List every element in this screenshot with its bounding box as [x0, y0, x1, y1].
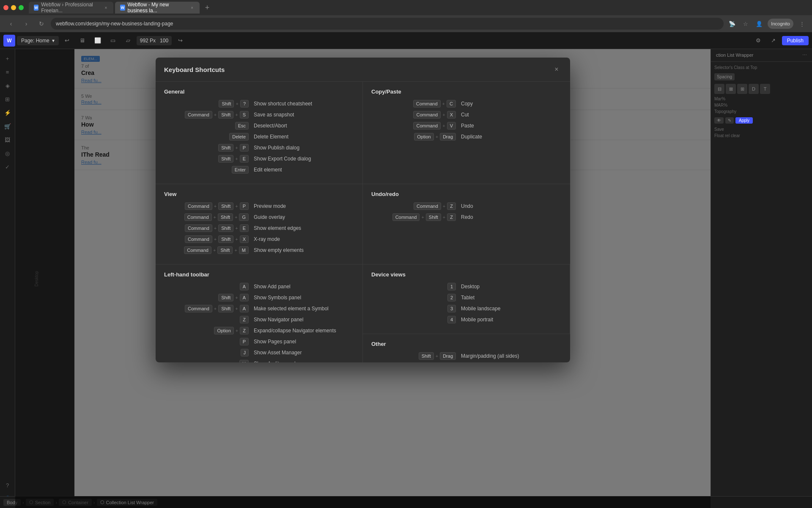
- shortcut-copy: Command + C Copy: [371, 100, 562, 108]
- keys-element-edges: Command + Shift + E: [164, 224, 249, 232]
- maximize-window-button[interactable]: [19, 5, 24, 10]
- incognito-badge: Incognito: [768, 19, 793, 29]
- menu-icon[interactable]: ⋮: [797, 19, 807, 29]
- shortcut-margin-all: Shift + Drag Margin/padding (all sides): [371, 352, 562, 360]
- apply-btn[interactable]: Apply: [735, 117, 753, 124]
- settings-button[interactable]: ⚙: [752, 34, 765, 47]
- tab-close-1[interactable]: ×: [104, 5, 108, 11]
- redo-button[interactable]: ↪: [173, 34, 187, 47]
- page-label: Page: Home: [21, 38, 49, 44]
- dialog-body: General Shift + ? Show shortcut cheatshe…: [156, 82, 570, 362]
- add-panel-icon[interactable]: +: [2, 52, 14, 64]
- right-panel-menu[interactable]: ⋯: [802, 52, 807, 58]
- forward-button[interactable]: ›: [20, 18, 32, 30]
- symbols-icon[interactable]: ◈: [2, 80, 14, 91]
- keys-xray-mode: Command + Shift + X: [164, 235, 249, 243]
- layout-tool-2[interactable]: ⊠: [726, 84, 736, 94]
- tab-favicon-2: W: [120, 5, 125, 11]
- section-undo-redo-title: Undo/redo: [371, 191, 562, 197]
- profile-icon[interactable]: 👤: [754, 19, 764, 29]
- keys-show-assets: J: [164, 349, 249, 356]
- dialog-header: Keyboard Shortcuts ×: [156, 58, 570, 82]
- keys-preview-mode: Command + Shift + P: [164, 202, 249, 210]
- tab-label-1: Webflow › Professional Freelan...: [41, 2, 101, 14]
- cms-icon[interactable]: ⚡: [2, 107, 14, 119]
- breakpoint-mobile[interactable]: ▱: [121, 34, 135, 47]
- keys-make-symbol: Command + Shift + A: [164, 305, 249, 312]
- pages-icon[interactable]: ⊞: [2, 93, 14, 105]
- layout-tool-4[interactable]: D: [749, 84, 759, 94]
- bookmark-icon[interactable]: ☆: [741, 19, 751, 29]
- zoom-indicator: 992 Px 100: [137, 36, 172, 45]
- back-button[interactable]: ‹: [5, 18, 17, 30]
- section-left-toolbar-title: Left-hand toolbar: [164, 271, 354, 278]
- float-label: Float rel clear: [714, 133, 809, 138]
- dialog-close-button[interactable]: ×: [551, 64, 562, 75]
- keys-paste: Command + V: [371, 122, 456, 130]
- ecommerce-icon[interactable]: 🛒: [2, 120, 14, 132]
- shortcut-show-publish: Shift + P Show Publish dialog: [164, 144, 354, 152]
- url-text: webflow.com/design/my-new-business-landi…: [56, 21, 173, 27]
- keys-mobile-portrait: 4: [371, 316, 456, 323]
- shortcut-deselect: Esc Deselect/Abort: [164, 122, 354, 130]
- shortcut-redo: Command + Shift + Z Redo: [371, 213, 562, 221]
- right-panel-subtitle: Selector's Class at Top: [714, 65, 809, 70]
- new-tab-button[interactable]: +: [201, 2, 213, 14]
- section-view-title: View: [164, 191, 354, 197]
- shortcut-show-empty: Command + Shift + M Show empty elements: [164, 246, 354, 254]
- minimize-window-button[interactable]: [11, 5, 16, 10]
- section-device-views-title: Device views: [371, 271, 561, 278]
- shortcut-expand-navigator: Option + Z Expand/collapse Navigator ele…: [164, 327, 354, 334]
- section-general-title: General: [164, 88, 354, 95]
- webflow-toolbar: W Page: Home ▾ ↩ 🖥 ⬜ ▭ ▱ 992 Px 100 ↪ ⚙ …: [0, 32, 812, 49]
- navigator-icon[interactable]: ≡: [2, 66, 14, 78]
- tab-1[interactable]: W Webflow › Professional Freelan... ×: [29, 2, 113, 14]
- section-general: General Shift + ? Show shortcut cheatshe…: [156, 82, 363, 184]
- shortcut-show-add: A Show Add panel: [164, 283, 354, 290]
- shortcut-show-export: Shift + E Show Export Code dialog: [164, 155, 354, 163]
- keys-undo: Command + Z: [371, 202, 456, 210]
- undo-button[interactable]: ↩: [60, 34, 74, 47]
- shortcut-desktop: 1 Desktop: [371, 283, 561, 290]
- keys-redo: Command + Shift + Z: [371, 213, 456, 221]
- layout-tool-1[interactable]: ⊟: [714, 84, 724, 94]
- modal-overlay: Keyboard Shortcuts × General Shift + ?: [15, 49, 710, 508]
- section-copy-paste: Copy/Paste Command + C Copy Command: [363, 82, 570, 184]
- help-icon[interactable]: ?: [2, 479, 14, 491]
- page-indicator[interactable]: Page: Home ▾: [17, 36, 59, 45]
- tab-close-2[interactable]: ×: [189, 5, 195, 11]
- refresh-button[interactable]: ↻: [36, 18, 47, 30]
- logic-icon[interactable]: ◎: [2, 147, 14, 159]
- shortcut-preview-mode: Command + Shift + P Preview mode: [164, 202, 354, 210]
- keys-desktop: 1: [371, 283, 456, 290]
- cast-icon[interactable]: 📡: [727, 19, 737, 29]
- url-bar[interactable]: webflow.com/design/my-new-business-landi…: [51, 18, 724, 30]
- shortcut-undo: Command + Z Undo: [371, 202, 562, 210]
- keys-show-publish: Shift + P: [164, 144, 249, 152]
- breakpoint-mobile-l[interactable]: ▭: [106, 34, 120, 47]
- close-window-button[interactable]: [3, 5, 8, 10]
- layout-tools: ⊟ ⊠ ⊞ D T: [714, 84, 809, 94]
- main-layout: + ≡ ◈ ⊞ ⚡ 🛒 🖼 ◎ ✓ ? 👤 ELEM... 7 of Crea …: [0, 49, 812, 508]
- shortcut-tablet: 2 Tablet: [371, 294, 561, 301]
- layout-tool-5[interactable]: T: [760, 84, 770, 94]
- section-left-toolbar: Left-hand toolbar A Show Add panel Shift…: [156, 265, 363, 362]
- tab-label-2: Webflow - My new business la...: [128, 2, 187, 14]
- shortcut-show-symbols: Shift + A Show Symbols panel: [164, 294, 354, 301]
- breakpoint-tablet[interactable]: ⬜: [91, 34, 104, 47]
- layout-tool-3[interactable]: ⊞: [737, 84, 747, 94]
- keys-duplicate: Option + Drag: [371, 133, 456, 141]
- preview-eye-btn[interactable]: 👁: [714, 117, 724, 124]
- tab-2[interactable]: W Webflow - My new business la... ×: [115, 2, 200, 14]
- export-button[interactable]: ↗: [767, 34, 780, 47]
- shortcut-element-edges: Command + Shift + E Show element edges: [164, 224, 354, 232]
- breakpoint-desktop[interactable]: 🖥: [76, 34, 89, 47]
- publish-button[interactable]: Publish: [782, 36, 809, 45]
- audits-icon[interactable]: ✓: [2, 161, 14, 173]
- preview-edit-btn[interactable]: ✎: [725, 117, 734, 124]
- assets-icon[interactable]: 🖼: [2, 134, 14, 146]
- spacing-controls: Spacing: [714, 73, 809, 80]
- keys-show-empty: Command + Shift + M: [164, 246, 249, 254]
- keys-tablet: 2: [371, 294, 456, 301]
- shortcut-show-cheatsheet: Shift + ? Show shortcut cheatsheet: [164, 100, 354, 108]
